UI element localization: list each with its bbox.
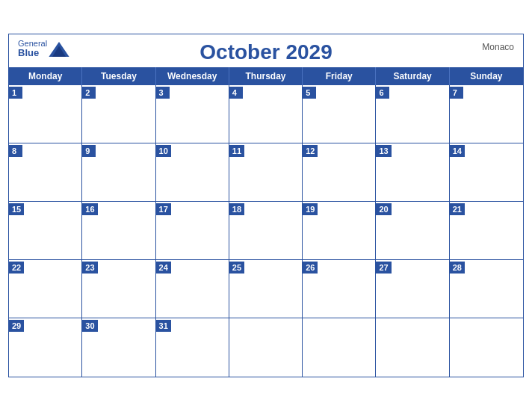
- day-cell-11: 11: [229, 143, 303, 202]
- day-number: 15: [9, 203, 24, 215]
- day-cell-18: 18: [229, 202, 303, 260]
- days-header: Monday Tuesday Wednesday Thursday Friday…: [9, 67, 523, 85]
- day-cell-4: 4: [229, 85, 303, 143]
- day-cell-5: 5: [303, 85, 376, 143]
- calendar-header: General Blue October 2029 Monaco: [9, 34, 523, 67]
- day-number: 20: [376, 203, 391, 215]
- day-cell-30: 30: [82, 318, 155, 377]
- day-number: 27: [376, 262, 391, 274]
- day-cell-14: 14: [450, 143, 523, 202]
- day-cell-26: 26: [303, 260, 376, 318]
- day-number: 13: [376, 145, 391, 157]
- day-cell-21: 21: [450, 202, 523, 260]
- day-cell-6: 6: [376, 85, 449, 143]
- day-cell-9: 9: [82, 143, 155, 202]
- day-cell-8: 8: [9, 143, 82, 202]
- logo-blue: Blue: [18, 48, 47, 58]
- day-header-wednesday: Wednesday: [156, 67, 229, 85]
- day-cell-16: 16: [82, 202, 155, 260]
- day-number: 5: [303, 87, 316, 99]
- day-number: 12: [303, 145, 318, 157]
- day-header-sunday: Sunday: [450, 67, 523, 85]
- day-cell-25: 25: [229, 260, 303, 318]
- day-number: 18: [229, 203, 244, 215]
- day-cell-15: 15: [9, 202, 82, 260]
- day-number: 10: [156, 145, 171, 157]
- day-number: 17: [156, 203, 171, 215]
- day-number: 30: [82, 320, 97, 332]
- day-number: 16: [82, 203, 97, 215]
- month-title: October 2029: [200, 40, 332, 64]
- day-cell-12: 12: [303, 143, 376, 202]
- day-number: 21: [450, 203, 465, 215]
- day-cell-29: 29: [9, 318, 82, 377]
- day-number: 4: [229, 87, 243, 99]
- day-cell-28: 28: [450, 260, 523, 318]
- empty-cell: [303, 318, 376, 377]
- day-number: 29: [9, 320, 24, 332]
- day-number: 8: [9, 145, 22, 157]
- calendar-grid: 1234567891011121314151617181920212223242…: [9, 85, 523, 377]
- day-cell-13: 13: [376, 143, 449, 202]
- country-label: Monaco: [482, 42, 514, 52]
- day-number: 25: [229, 262, 244, 274]
- day-number: 28: [450, 262, 465, 274]
- empty-cell: [450, 318, 523, 377]
- day-header-thursday: Thursday: [229, 67, 303, 85]
- day-header-monday: Monday: [9, 67, 82, 85]
- day-cell-20: 20: [376, 202, 449, 260]
- day-number: 2: [82, 87, 96, 99]
- day-cell-3: 3: [156, 85, 229, 143]
- logo-area: General Blue: [18, 39, 69, 58]
- day-cell-10: 10: [156, 143, 229, 202]
- day-cell-2: 2: [82, 85, 155, 143]
- day-number: 1: [9, 87, 22, 99]
- logo-icon: [49, 42, 69, 57]
- day-number: 23: [82, 262, 97, 274]
- day-number: 9: [82, 145, 96, 157]
- day-header-tuesday: Tuesday: [82, 67, 155, 85]
- day-number: 14: [450, 145, 465, 157]
- day-cell-31: 31: [156, 318, 229, 377]
- day-number: 19: [303, 203, 318, 215]
- day-cell-23: 23: [82, 260, 155, 318]
- day-number: 6: [376, 87, 389, 99]
- day-cell-27: 27: [376, 260, 449, 318]
- day-cell-17: 17: [156, 202, 229, 260]
- day-number: 7: [450, 87, 463, 99]
- day-number: 11: [229, 145, 244, 157]
- day-cell-7: 7: [450, 85, 523, 143]
- day-cell-1: 1: [9, 85, 82, 143]
- day-number: 31: [156, 320, 171, 332]
- day-number: 22: [9, 262, 24, 274]
- day-cell-24: 24: [156, 260, 229, 318]
- day-number: 3: [156, 87, 170, 99]
- day-cell-19: 19: [303, 202, 376, 260]
- calendar: General Blue October 2029 Monaco Monday …: [8, 34, 524, 377]
- day-header-friday: Friday: [303, 67, 376, 85]
- empty-cell: [229, 318, 303, 377]
- day-cell-22: 22: [9, 260, 82, 318]
- day-header-saturday: Saturday: [376, 67, 449, 85]
- empty-cell: [376, 318, 449, 377]
- day-number: 26: [303, 262, 318, 274]
- day-number: 24: [156, 262, 171, 274]
